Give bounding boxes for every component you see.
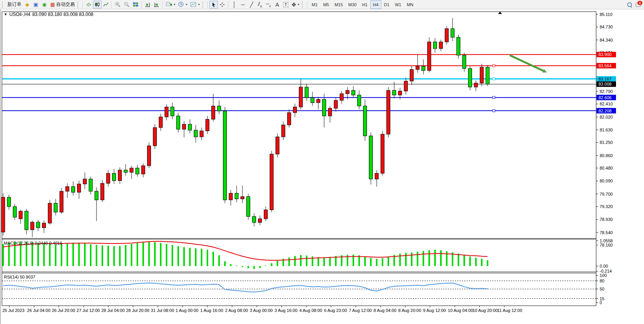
price-tag-label: 83.167	[598, 77, 612, 81]
hline-handle[interactable]	[493, 65, 495, 67]
horizontal-line-button[interactable]: ─	[239, 1, 247, 9]
accounts-terminal-icon: ▣	[33, 2, 38, 7]
chart-bg	[1, 9, 644, 324]
search-icon	[627, 2, 632, 7]
candle	[188, 124, 192, 130]
candle	[433, 42, 437, 49]
macd-histogram-bar	[160, 243, 161, 266]
candle	[293, 107, 297, 113]
timeframe-m15[interactable]: M15	[332, 0, 346, 9]
macd-histogram-bar	[201, 249, 202, 266]
candle	[428, 42, 431, 70]
candle	[212, 106, 215, 119]
cursor-button[interactable]	[209, 1, 218, 9]
text-label-button[interactable]: T	[281, 1, 290, 9]
search-button[interactable]	[625, 1, 634, 9]
collapse-triangle-icon[interactable]: ▼	[4, 12, 7, 16]
chat-icon: 1	[635, 2, 642, 7]
macd-histogram-bar	[306, 256, 307, 266]
timeframe-d1[interactable]: D1	[381, 0, 392, 9]
periods-button[interactable]: ▾	[177, 1, 189, 9]
macd-histogram-bar	[125, 245, 126, 266]
add-indicator-button[interactable]: ▾	[164, 1, 177, 9]
timeframe-mn[interactable]: MN	[404, 0, 416, 9]
auto-trading-button[interactable]: ▦ 自动交易	[49, 1, 76, 9]
trendline-button[interactable]: ╱	[247, 1, 256, 9]
macd-histogram-bar	[148, 242, 150, 266]
bar-chart-button[interactable]	[84, 1, 93, 9]
line-chart-button[interactable]	[102, 1, 110, 9]
candlestick-chart-button[interactable]	[93, 1, 102, 9]
timeframe-m5[interactable]: M5	[320, 0, 332, 9]
timeframe-m1[interactable]: M1	[309, 0, 320, 9]
hline-handle[interactable]	[493, 78, 495, 80]
macd-histogram-bar	[405, 253, 407, 266]
tile-windows-button[interactable]	[131, 1, 140, 9]
macd-histogram-bar	[463, 255, 465, 266]
chart-shift-icon	[154, 2, 160, 7]
zoom-out-button[interactable]	[122, 1, 131, 9]
vertical-line-button[interactable]: │	[230, 1, 239, 9]
hline-handle[interactable]	[493, 110, 495, 112]
timeframe-h4[interactable]: H4	[370, 0, 381, 9]
text-button[interactable]: A	[273, 1, 281, 9]
candle	[112, 173, 116, 181]
separator	[307, 1, 308, 8]
candle	[7, 197, 11, 207]
candle	[282, 125, 285, 137]
notification-badge: 1	[637, 1, 642, 5]
candle	[13, 207, 17, 217]
auto-scroll-button[interactable]	[143, 1, 152, 9]
periods-clock-icon	[178, 2, 184, 7]
time-tick-label: 3 Aug 16:00	[275, 308, 298, 313]
price-tick-label: 78.160	[600, 243, 613, 247]
timeframe-h1[interactable]: H1	[359, 0, 370, 9]
candle	[107, 173, 110, 184]
macd-histogram-bar	[224, 261, 226, 266]
candle	[311, 98, 314, 103]
equidistant-channel-button[interactable]: ⫽E	[256, 1, 264, 9]
crosshair-icon	[219, 2, 225, 7]
signals-button[interactable]: ◉	[40, 1, 49, 9]
price-tick-label: 85.110	[600, 12, 612, 17]
candle	[363, 106, 367, 136]
add-indicator-icon	[166, 2, 172, 7]
profile-button[interactable]: ◆	[23, 1, 32, 9]
new-order-button[interactable]: 新订单	[6, 1, 23, 9]
candle	[48, 203, 52, 223]
chart-shift-button[interactable]	[152, 1, 161, 9]
time-tick-label: 10 Aug 20:00	[472, 308, 498, 313]
timeframe-w1[interactable]: W1	[392, 0, 404, 9]
macd-histogram-bar	[434, 250, 436, 266]
accounts-button[interactable]: ▣	[32, 1, 40, 9]
macd-histogram-bar	[411, 252, 412, 266]
separator	[207, 1, 208, 8]
templates-button[interactable]: ▾	[189, 1, 201, 9]
candle	[42, 223, 46, 228]
candle	[89, 179, 93, 191]
text-label-icon: T	[283, 2, 288, 7]
candle	[299, 87, 303, 107]
chat-button[interactable]: 1	[634, 1, 643, 9]
crosshair-button[interactable]	[218, 1, 227, 9]
macd-histogram-bar	[469, 256, 471, 266]
macd-histogram-bar	[288, 257, 290, 266]
candle	[328, 108, 332, 116]
zoom-in-button[interactable]	[113, 1, 122, 9]
macd-histogram-bar	[43, 243, 45, 266]
toolbar-grip	[202, 2, 205, 8]
fibonacci-button[interactable]: ┄F	[264, 1, 273, 9]
signal-icon: ◉	[42, 2, 46, 7]
timeframe-m30[interactable]: M30	[346, 0, 359, 9]
candle	[66, 187, 69, 191]
macd-histogram-bar	[382, 258, 383, 266]
chart-canvas[interactable]: 85.11084.73084.34083.95083.56083.17082.7…	[1, 9, 644, 324]
symbol-name: USOil-,H4	[9, 12, 30, 17]
candle	[165, 107, 168, 117]
hline-handle[interactable]	[493, 96, 495, 99]
macd-histogram-bar	[154, 242, 156, 266]
macd-histogram-bar	[376, 259, 377, 266]
arrows-button[interactable]: ✥ ▾	[290, 1, 301, 9]
macd-histogram-bar	[399, 254, 401, 266]
candle	[270, 154, 274, 210]
